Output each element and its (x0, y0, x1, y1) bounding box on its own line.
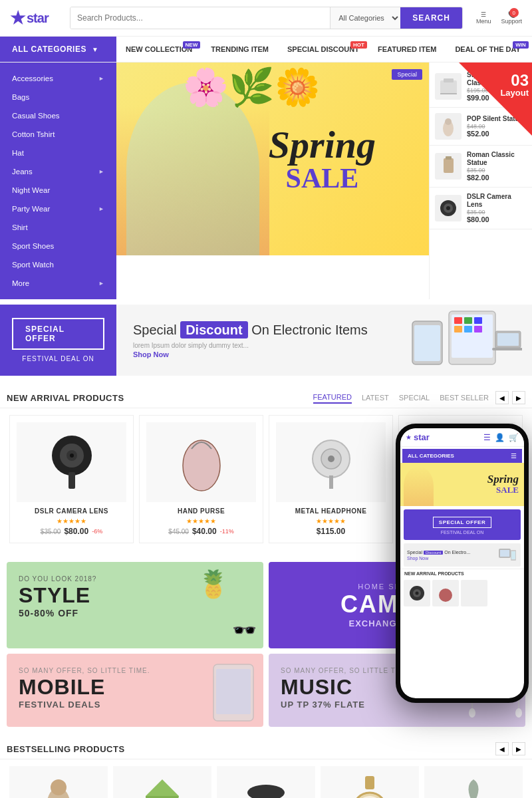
sunglasses-icon: 🕶️ (232, 618, 257, 642)
nav-badge-win: WIN (513, 41, 529, 49)
sidebar-item-casual-shoes[interactable]: Casual Shoes (0, 106, 116, 125)
right-product-3[interactable]: Roman Classic Statue $35.00 $82.00 (430, 146, 532, 188)
bs-img-2 (113, 766, 211, 798)
product-name-2: HAND PURSE (146, 507, 256, 515)
support-badge: 0 (509, 8, 519, 17)
support-item[interactable]: 📞 0 Support (501, 11, 522, 25)
sidebar-item-more[interactable]: More► (0, 274, 116, 293)
nav-all-categories[interactable]: ALL CATEGORIES ▼ (0, 37, 116, 62)
bs-product-4[interactable] (321, 766, 419, 798)
tab-next-button[interactable]: ▶ (512, 391, 525, 404)
nav-item-featured[interactable]: FEATURED ITEM (368, 37, 446, 61)
sidebar-item-night-wear[interactable]: Night Wear (0, 181, 116, 200)
products-tabs: FEATURED LATEST SPECIAL BEST SELLER (313, 392, 489, 404)
bestselling-next-button[interactable]: ▶ (512, 742, 525, 755)
right-product-img-4 (435, 195, 462, 221)
category-select[interactable]: All Categories (330, 7, 400, 29)
phone-thumb-3 (461, 580, 487, 606)
sidebar-item-party-wear[interactable]: Party Wear► (0, 200, 116, 218)
sidebar: Accessories► Bags Casual Shoes Cotton Ts… (0, 63, 116, 299)
phone-product-thumbs (400, 578, 524, 608)
product-img-3 (276, 422, 386, 502)
special-offer-left[interactable]: SPECIAL OFFER FESTIVAL DEAL ON (0, 305, 116, 376)
svg-rect-13 (464, 317, 472, 324)
phone-mockup-overlay: ★ star ☰ 👤 🛒 ALL CATEGORIES ☰ (396, 424, 532, 710)
nav-badge-hot: HOT (350, 41, 367, 49)
svg-point-51 (515, 708, 522, 718)
logo-star-icon: ★ (10, 8, 24, 29)
logo[interactable]: ★ star (10, 8, 63, 29)
hero-text: Spring SALE (269, 126, 376, 192)
promo-phone-row: DO YOU LOOK 2018? STYLE 50-80% OFF 🕶️ 🍍 … (0, 557, 532, 654)
sidebar-item-hat[interactable]: Hat (0, 144, 116, 162)
bs-product-5[interactable] (424, 766, 523, 798)
sidebar-item-shirt[interactable]: Shirt (0, 218, 116, 237)
svg-marker-58 (146, 779, 179, 798)
tab-best-seller[interactable]: BEST SELLER (440, 392, 489, 403)
layout-label: Layout (500, 88, 529, 97)
phone-logo: ★ star (406, 432, 430, 442)
tab-featured[interactable]: FEATURED (313, 392, 352, 404)
bs-product-2[interactable] (113, 766, 211, 798)
support-label: Support (501, 18, 522, 25)
svg-point-60 (247, 785, 285, 798)
bag-icon: 🍍 (197, 569, 230, 600)
right-product-img-1 (435, 73, 462, 100)
search-button[interactable]: SEARCH (400, 7, 462, 29)
svg-rect-27 (68, 472, 75, 489)
chevron-right-icon: ► (98, 280, 104, 287)
bs-product-3[interactable] (217, 766, 315, 798)
bs-product-1[interactable] (9, 766, 108, 798)
layout-badge-text: 03 Layout (500, 72, 529, 97)
svg-rect-22 (492, 348, 522, 350)
nav-item-special-discount[interactable]: SPECIAL DISCOUNT HOT (278, 37, 368, 61)
bs-img-3 (217, 766, 315, 798)
nav-item-trending[interactable]: TRENDING ITEM (201, 37, 278, 61)
product-stars-3: ★★★★★ (276, 517, 386, 525)
product-img-1 (17, 422, 126, 502)
nav-items: NEW COLLECTION NEW TRENDING ITEM SPECIAL… (116, 37, 532, 61)
hero-special-badge: Special (392, 69, 422, 80)
product-new-price-1: $80.00 (64, 527, 88, 536)
tab-prev-button[interactable]: ◀ (495, 391, 509, 404)
nav-item-deal[interactable]: DEAL OF THE DAY WIN (446, 37, 529, 61)
sidebar-item-sport-watch[interactable]: Sport Watch (0, 255, 116, 274)
tab-latest[interactable]: LATEST (362, 392, 389, 403)
special-offer-button[interactable]: SPECIAL OFFER (12, 318, 104, 350)
search-input[interactable] (70, 7, 330, 29)
phone-thumb-2 (432, 580, 459, 606)
svg-point-31 (328, 456, 334, 462)
discount-badge: Discount (180, 321, 248, 338)
svg-rect-15 (454, 326, 462, 332)
menu-item[interactable]: ☰ Menu (476, 11, 491, 25)
hero-banner[interactable]: 🌸🌿🌼 Spring SALE Special (116, 63, 429, 255)
promo-style-sub: 50-80% OFF (19, 608, 251, 618)
special-offer-section: SPECIAL OFFER FESTIVAL DEAL ON Special D… (0, 305, 532, 376)
svg-rect-14 (474, 317, 482, 324)
product-card-3[interactable]: METAL HEADPHONE ★★★★★ $115.00 (269, 415, 393, 543)
sidebar-item-sport-shoes[interactable]: Sport Shoes (0, 237, 116, 255)
product-card-2[interactable]: HAND PURSE ★★★★★ $45.00 $40.00 -11% (139, 415, 263, 543)
svg-point-4 (445, 118, 452, 125)
chevron-right-icon: ► (98, 168, 104, 175)
right-product-4[interactable]: DSLR Camera Lens $35.00 $80.00 (430, 188, 532, 229)
tab-special[interactable]: SPECIAL (399, 392, 430, 403)
product-card-1[interactable]: DSLR CAMERA LENS ★★★★★ $35.00 $80.00 -6% (9, 415, 134, 543)
product-discount-1: -6% (92, 528, 102, 535)
nav-bar: ALL CATEGORIES ▼ NEW COLLECTION NEW TREN… (0, 37, 532, 63)
sidebar-item-bags[interactable]: Bags (0, 88, 116, 106)
phone-special-btn: SPECIAL OFFER (433, 517, 491, 528)
svg-rect-17 (474, 326, 482, 332)
sidebar-item-cotton-tshirt[interactable]: Cotton Tshirt (0, 125, 116, 144)
product-prices-1: $35.00 $80.00 -6% (17, 527, 126, 536)
promo-style-banner[interactable]: DO YOU LOOK 2018? STYLE 50-80% OFF 🕶️ 🍍 (7, 562, 263, 648)
chevron-right-icon: ► (98, 75, 104, 82)
promo-mobile-banner[interactable]: SO MANY OFFER, SO LITTLE TIME. MOBILE FE… (7, 654, 263, 727)
sidebar-item-jeans[interactable]: Jeans► (0, 162, 116, 181)
phone-hero: Spring SALE (400, 463, 524, 506)
bestselling-prev-button[interactable]: ◀ (495, 742, 509, 755)
sidebar-item-accessories[interactable]: Accessories► (0, 69, 116, 88)
bs-img-1 (9, 766, 108, 798)
nav-item-new-collection[interactable]: NEW COLLECTION NEW (116, 37, 201, 61)
svg-rect-32 (329, 475, 333, 489)
